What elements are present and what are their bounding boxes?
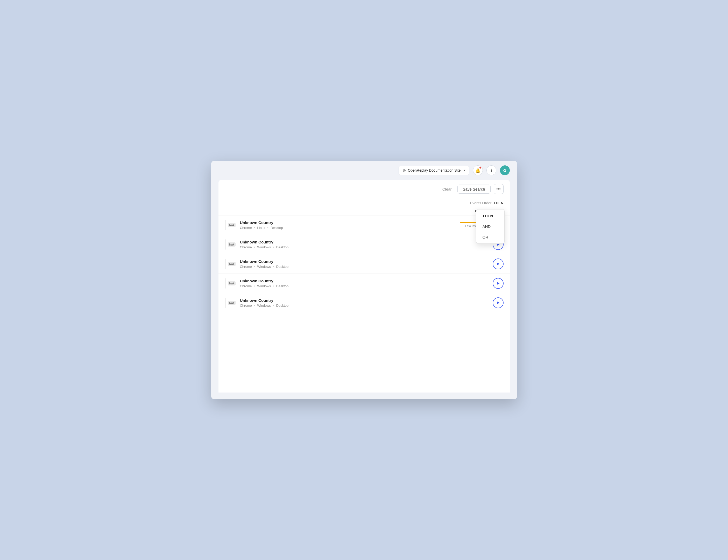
filter-row: Past 24 Hours ∨ — [219, 207, 510, 215]
session-browser: Chrome — [240, 284, 252, 288]
meta-dot: • — [254, 265, 255, 269]
meta-dot: • — [273, 284, 274, 288]
session-os: Windows — [257, 284, 271, 288]
more-icon: ••• — [496, 187, 501, 191]
session-meta: Chrome • Windows • Desktop — [240, 245, 453, 249]
session-accent-bar — [225, 298, 226, 308]
avatar-label: G — [503, 168, 506, 173]
meta-dot: • — [254, 245, 255, 249]
session-os: Linux — [257, 226, 265, 230]
toolbar-row: Clear Save Search ••• — [219, 180, 510, 198]
session-info: Unknown Country Chrome • Windows • Deskt… — [240, 259, 453, 269]
main-window: ⊕ OpenReplay Documentation Site ▾ 🔔 ℹ G … — [211, 161, 517, 399]
session-meta: Chrome • Windows • Desktop — [240, 304, 453, 307]
session-item: N/A Unknown Country Chrome • Linux • Des… — [219, 215, 510, 235]
session-accent-bar — [225, 259, 226, 269]
session-country: Unknown Country — [240, 298, 453, 303]
session-country: Unknown Country — [240, 259, 453, 264]
session-item: N/A Unknown Country Chrome • Windows • D… — [219, 293, 510, 312]
dropdown-item-and[interactable]: AND — [476, 221, 504, 232]
session-list: N/A Unknown Country Chrome • Linux • Des… — [219, 215, 510, 312]
info-icon: ℹ — [490, 168, 492, 173]
na-badge: N/A — [228, 301, 236, 305]
dropdown-item-then[interactable]: THEN — [476, 211, 504, 221]
na-badge: N/A — [228, 281, 236, 285]
session-info: Unknown Country Chrome • Linux • Desktop — [240, 220, 453, 230]
save-search-button[interactable]: Save Search — [457, 185, 490, 194]
play-icon — [496, 301, 500, 305]
na-badge: N/A — [228, 262, 236, 266]
session-item: N/A Unknown Country Chrome • Windows • D… — [219, 254, 510, 274]
session-browser: Chrome — [240, 304, 252, 307]
session-country: Unknown Country — [240, 220, 453, 225]
session-country: Unknown Country — [240, 279, 453, 283]
session-meta: Chrome • Windows • Desktop — [240, 265, 453, 269]
events-order-value[interactable]: THEN — [493, 201, 503, 205]
session-accent-bar — [225, 239, 226, 250]
svg-marker-2 — [497, 263, 499, 265]
site-name-label: OpenReplay Documentation Site — [408, 168, 461, 172]
na-badge: N/A — [228, 223, 236, 227]
site-selector[interactable]: ⊕ OpenReplay Documentation Site ▾ — [398, 166, 469, 175]
meta-dot: • — [254, 304, 255, 307]
events-order-row: Events Order THEN THEN AND OR — [219, 198, 510, 207]
session-os: Windows — [257, 265, 271, 269]
play-button[interactable] — [493, 297, 503, 308]
meta-dot: • — [273, 304, 274, 307]
notification-dot — [479, 166, 481, 169]
session-info: Unknown Country Chrome • Windows • Deskt… — [240, 279, 453, 288]
session-country: Unknown Country — [240, 240, 453, 244]
meta-dot: • — [273, 265, 274, 269]
play-icon — [496, 262, 500, 266]
meta-dot: • — [267, 226, 269, 230]
session-meta: Chrome • Linux • Desktop — [240, 226, 453, 230]
dropdown-item-or[interactable]: OR — [476, 232, 504, 242]
session-os: Windows — [257, 245, 271, 249]
svg-marker-3 — [497, 282, 499, 285]
events-order-dropdown: THEN AND OR — [476, 209, 504, 244]
svg-marker-4 — [497, 302, 499, 304]
session-info: Unknown Country Chrome • Windows • Deskt… — [240, 240, 453, 249]
session-os: Windows — [257, 304, 271, 307]
session-device: Desktop — [276, 304, 289, 307]
events-order-label: Events Order — [470, 201, 491, 205]
session-info: Unknown Country Chrome • Windows • Deskt… — [240, 298, 453, 307]
session-device: Desktop — [276, 284, 289, 288]
session-accent-bar — [225, 278, 226, 289]
site-selector-chevron-icon: ▾ — [464, 169, 465, 172]
globe-icon: ⊕ — [402, 168, 406, 173]
clear-button[interactable]: Clear — [440, 185, 454, 193]
na-badge: N/A — [228, 242, 236, 247]
play-button[interactable] — [493, 278, 503, 289]
avatar-button[interactable]: G — [500, 165, 510, 175]
session-browser: Chrome — [240, 265, 252, 269]
session-device: Desktop — [276, 245, 289, 249]
session-item: N/A Unknown Country Chrome • Windows • D… — [219, 235, 510, 254]
session-accent-bar — [225, 220, 226, 230]
session-browser: Chrome — [240, 245, 252, 249]
more-options-button[interactable]: ••• — [494, 184, 503, 194]
session-browser: Chrome — [240, 226, 252, 230]
session-item: N/A Unknown Country Chrome • Windows • D… — [219, 274, 510, 293]
play-button[interactable] — [493, 258, 503, 269]
meta-dot: • — [254, 284, 255, 288]
meta-dot: • — [254, 226, 255, 230]
meta-dot: • — [273, 245, 274, 249]
play-icon — [496, 281, 500, 285]
info-button[interactable]: ℹ — [486, 165, 496, 175]
top-bar: ⊕ OpenReplay Documentation Site ▾ 🔔 ℹ G — [211, 161, 517, 180]
session-meta: Chrome • Windows • Desktop — [240, 284, 453, 288]
content-area: Clear Save Search ••• Events Order THEN … — [219, 180, 510, 393]
notifications-button[interactable]: 🔔 — [473, 165, 483, 175]
session-device: Desktop — [271, 226, 283, 230]
session-device: Desktop — [276, 265, 289, 269]
